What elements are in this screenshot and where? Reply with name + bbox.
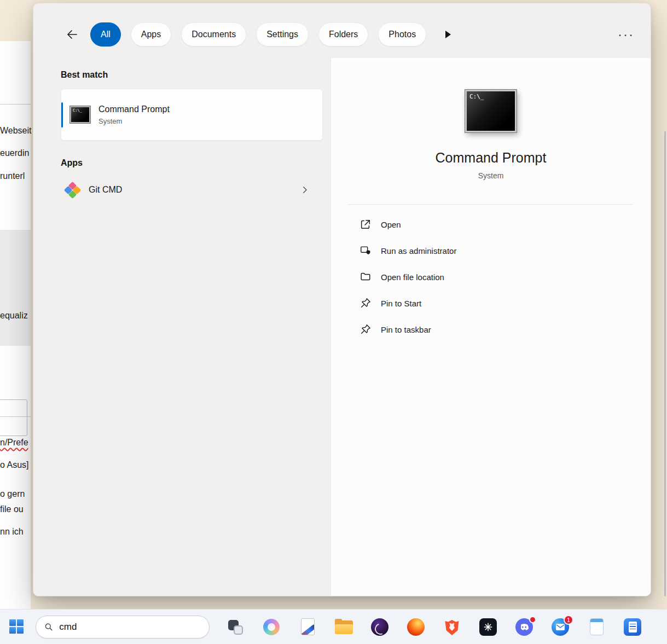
windows-logo-icon bbox=[9, 619, 24, 634]
search-icon bbox=[44, 622, 53, 632]
action-label: Open file location bbox=[381, 272, 444, 282]
tab-settings[interactable]: Settings bbox=[256, 22, 309, 47]
expand-result-button[interactable] bbox=[300, 185, 310, 195]
result-preview-panel: C:\_ Command Prompt System Open bbox=[330, 58, 651, 596]
background-text-fragment: n/Prefe bbox=[0, 438, 28, 448]
mail-badge: 1 bbox=[564, 615, 573, 625]
firefox-icon bbox=[407, 618, 425, 636]
document-divider bbox=[0, 416, 31, 417]
background-text-fragment: equaliz bbox=[0, 311, 28, 321]
taskbar-search[interactable] bbox=[36, 616, 210, 639]
folder-icon bbox=[359, 271, 372, 283]
action-pin-to-start[interactable]: Pin to Start bbox=[349, 290, 633, 316]
starburst-app-button[interactable] bbox=[479, 618, 497, 636]
preview-divider bbox=[349, 204, 633, 205]
command-prompt-icon: C:\_ bbox=[70, 106, 90, 123]
action-open-file-location[interactable]: Open file location bbox=[349, 264, 633, 290]
blue-document-app-button[interactable] bbox=[623, 618, 642, 636]
play-triangle-icon bbox=[444, 30, 452, 39]
selection-accent-bar bbox=[61, 102, 63, 127]
mail-button[interactable]: 1 bbox=[551, 618, 570, 636]
background-text-fragment: Webseit bbox=[0, 126, 32, 136]
tab-documents[interactable]: Documents bbox=[181, 22, 246, 47]
tab-photos[interactable]: Photos bbox=[378, 22, 426, 47]
background-text-fragment: o gern bbox=[0, 489, 25, 499]
document-divider bbox=[0, 104, 31, 105]
background-text-fragment: runterl bbox=[0, 171, 25, 181]
result-git-cmd[interactable]: Git CMD bbox=[61, 177, 323, 203]
action-label: Pin to Start bbox=[381, 299, 421, 308]
discord-button[interactable] bbox=[515, 618, 533, 636]
back-button[interactable] bbox=[63, 25, 82, 44]
preview-actions: Open Run as administrator bbox=[349, 211, 633, 343]
action-run-as-administrator[interactable]: Run as administrator bbox=[349, 237, 633, 264]
search-results-panel: Best match C:\_ Command Prompt System Ap… bbox=[33, 58, 330, 596]
back-arrow-icon bbox=[66, 28, 79, 41]
action-pin-to-taskbar[interactable]: Pin to taskbar bbox=[349, 316, 633, 343]
open-external-icon bbox=[359, 218, 372, 230]
notepad-icon bbox=[590, 618, 604, 635]
start-button[interactable] bbox=[5, 614, 28, 640]
notification-badge bbox=[529, 616, 536, 623]
best-match-result[interactable]: C:\_ Command Prompt System bbox=[61, 89, 323, 141]
starburst-app-icon bbox=[479, 618, 497, 636]
ellipsis-icon: ··· bbox=[618, 27, 634, 42]
taskbar-app-icons: 1 bbox=[226, 618, 642, 636]
tab-all[interactable]: All bbox=[90, 22, 121, 47]
search-filter-tabs: All Apps Documents Settings Folders Phot… bbox=[90, 22, 426, 47]
purple-circle-app-icon bbox=[371, 618, 388, 636]
result-title: Git CMD bbox=[89, 185, 122, 195]
action-open[interactable]: Open bbox=[349, 211, 633, 237]
admin-shield-icon bbox=[359, 245, 372, 257]
file-explorer-icon bbox=[335, 619, 353, 634]
action-label: Open bbox=[381, 220, 401, 229]
apps-heading: Apps bbox=[61, 158, 323, 168]
taskbar-search-input[interactable] bbox=[59, 622, 201, 633]
pen-document-app-icon bbox=[301, 618, 315, 635]
command-prompt-icon-large: C:\_ bbox=[465, 90, 517, 132]
search-flyout: All Apps Documents Settings Folders Phot… bbox=[33, 3, 651, 596]
brave-button[interactable] bbox=[443, 618, 461, 636]
search-filter-bar: All Apps Documents Settings Folders Phot… bbox=[33, 3, 651, 58]
tab-folders[interactable]: Folders bbox=[318, 22, 368, 47]
action-label: Pin to taskbar bbox=[381, 325, 431, 334]
copilot-icon bbox=[263, 619, 280, 635]
background-text-fragment: euerdin bbox=[0, 148, 29, 158]
page-scrollbar[interactable] bbox=[664, 131, 666, 596]
pen-document-app-button[interactable] bbox=[298, 618, 317, 636]
notepad-button[interactable] bbox=[587, 618, 606, 636]
taskbar: 1 bbox=[0, 609, 667, 644]
background-text-fragment: o Asus] bbox=[0, 460, 28, 470]
background-document: Webseit euerdin runterl equaliz n/Prefe … bbox=[0, 41, 31, 609]
tab-apps[interactable]: Apps bbox=[131, 22, 171, 47]
pin-icon bbox=[359, 297, 372, 309]
best-match-heading: Best match bbox=[61, 70, 323, 80]
result-subtitle: System bbox=[98, 117, 170, 125]
background-text-fragment: file ou bbox=[0, 504, 24, 514]
pin-icon bbox=[359, 323, 372, 335]
action-label: Run as administrator bbox=[381, 246, 456, 256]
blue-document-app-icon bbox=[624, 618, 641, 636]
more-options-button[interactable]: ··· bbox=[618, 28, 634, 41]
brave-icon bbox=[444, 618, 460, 636]
file-explorer-button[interactable] bbox=[334, 618, 353, 636]
document-button-fragment bbox=[0, 399, 27, 436]
background-text-fragment: nn ich bbox=[0, 527, 24, 537]
firefox-button[interactable] bbox=[407, 618, 425, 636]
git-cmd-icon bbox=[65, 183, 80, 198]
document-gray-block bbox=[0, 230, 31, 346]
result-title: Command Prompt bbox=[98, 105, 170, 114]
task-view-button[interactable] bbox=[226, 618, 245, 636]
more-filters-button[interactable] bbox=[444, 30, 452, 39]
chevron-right-icon bbox=[300, 185, 310, 195]
preview-app-title: Command Prompt bbox=[436, 150, 547, 166]
purple-circle-app-button[interactable] bbox=[370, 618, 389, 636]
copilot-button[interactable] bbox=[262, 618, 281, 636]
preview-app-subtitle: System bbox=[478, 171, 504, 180]
